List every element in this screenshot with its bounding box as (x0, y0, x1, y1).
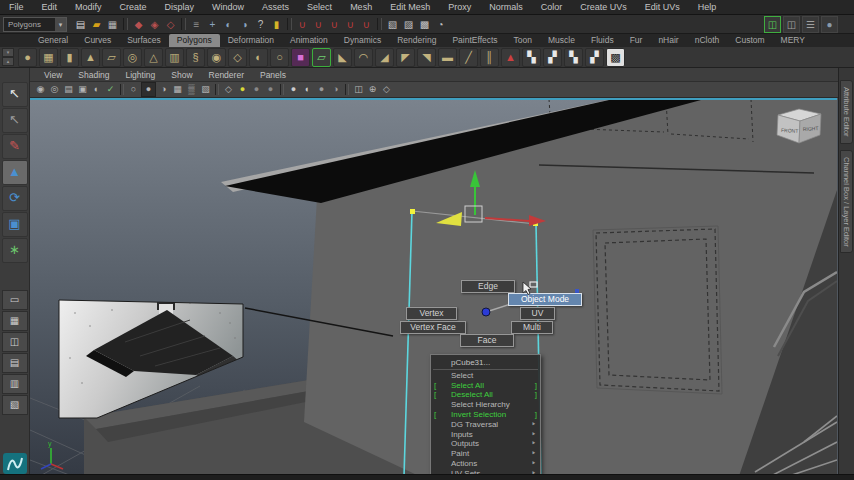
context-menu-header[interactable]: pCube31... (431, 358, 540, 368)
shelf-tab[interactable]: Toon (506, 34, 540, 47)
separator[interactable] (181, 18, 186, 30)
shelf-tab[interactable]: Polygons (169, 34, 220, 47)
separator[interactable] (120, 84, 124, 95)
tab-attribute-editor[interactable]: Attribute Editor (840, 80, 853, 144)
poly-cone-icon[interactable]: ▲ (81, 48, 100, 67)
shelf-tab[interactable]: Curves (76, 34, 119, 47)
light-link-icon[interactable]: ● (315, 83, 328, 96)
menu-set-selector[interactable]: Polygons ▾ (3, 17, 67, 32)
separator[interactable] (215, 84, 219, 95)
menu-item[interactable]: Edit (33, 0, 67, 14)
menu-item[interactable]: Help (689, 0, 726, 14)
gate-mask-icon[interactable]: ● (264, 83, 277, 96)
rigging-mask-icon[interactable]: ◑ (237, 17, 252, 32)
context-menu-item[interactable]: Invert Selection (431, 410, 540, 420)
uv-cylindrical-mapping-icon[interactable]: ▞ (543, 48, 562, 67)
poly-sphere-icon[interactable]: ● (18, 48, 37, 67)
context-menu-item[interactable]: Paint (431, 449, 540, 459)
menu-item[interactable]: Edit UVs (636, 0, 689, 14)
select-mask-icon[interactable]: + (205, 17, 220, 32)
shelf-tab[interactable]: Muscle (540, 34, 583, 47)
menu-item[interactable]: Select (298, 0, 341, 14)
shelf-scroll-arrows[interactable]: ▾▴ (2, 48, 14, 66)
context-menu-item[interactable]: Select (431, 371, 540, 381)
open-scene-icon[interactable]: ▰ (89, 17, 104, 32)
attribute-editor-toggle-icon[interactable]: ◫ (764, 16, 781, 33)
panel-menu-item[interactable]: Lighting (117, 70, 163, 80)
insert-edge-loop-icon[interactable]: ║ (480, 48, 499, 67)
shelf-tab[interactable]: Rendering (389, 34, 444, 47)
snap-point-icon[interactable]: ∪ (327, 17, 342, 32)
scale-tool[interactable]: ▣ (2, 212, 28, 237)
mirror-geometry-icon[interactable]: ◐ (249, 48, 268, 67)
shelf-tab[interactable]: Fur (622, 34, 651, 47)
shelf-tab[interactable]: nHair (650, 34, 686, 47)
shelf-tab[interactable]: Surfaces (119, 34, 169, 47)
context-menu-item[interactable]: Outputs (431, 439, 540, 449)
context-menu-item[interactable]: Deselect All (431, 390, 540, 400)
menu-item[interactable]: Proxy (439, 0, 480, 14)
panel-menu-item[interactable]: Show (163, 70, 200, 80)
snap-view-plane-icon[interactable]: ∪ (343, 17, 358, 32)
menu-item[interactable]: Assets (253, 0, 298, 14)
marking-menu-multi[interactable]: Multi (511, 321, 553, 334)
poly-pyramid-icon[interactable]: △ (144, 48, 163, 67)
chevron-down-icon[interactable]: ▾ (55, 18, 66, 31)
rotate-tool[interactable]: ⟳ (2, 186, 28, 211)
shelf-tab[interactable]: nCloth (687, 34, 728, 47)
universal-manipulator-tool[interactable]: ∗ (2, 238, 28, 263)
menu-item[interactable]: Create UVs (571, 0, 636, 14)
resolution-gate-icon[interactable]: ● (250, 83, 263, 96)
uv-texture-editor-icon[interactable]: ▩ (606, 48, 625, 67)
new-scene-icon[interactable]: ▤ (73, 17, 88, 32)
context-menu-item[interactable]: DG Traversal (431, 420, 540, 430)
context-menu-item[interactable]: Actions (431, 459, 540, 469)
poly-cylinder-icon[interactable]: ▮ (60, 48, 79, 67)
tab-channel-box[interactable]: Channel Box / Layer Editor (840, 150, 853, 254)
shadows-icon[interactable]: ▒ (185, 83, 198, 96)
field-chart-icon[interactable]: ● (236, 83, 249, 96)
shelf-tab[interactable]: PaintEffects (444, 34, 505, 47)
panel-menu-item[interactable]: View (36, 70, 70, 80)
panel-menu-item[interactable]: Renderer (201, 70, 252, 80)
texture-placement-icon[interactable]: ▧ (199, 83, 212, 96)
menu-item[interactable]: Create (111, 0, 156, 14)
shaded-mode-icon[interactable]: ● (141, 82, 156, 97)
ambient-light-icon[interactable]: ◐ (301, 83, 314, 96)
wireframe-mode-icon[interactable]: ○ (127, 83, 140, 96)
shelf-tab[interactable]: Animation (282, 34, 336, 47)
poly-cube-icon[interactable]: ▦ (39, 48, 58, 67)
shelf-tab[interactable]: Deformation (220, 34, 282, 47)
separator[interactable] (280, 84, 284, 95)
menu-item[interactable]: Display (156, 0, 204, 14)
ipr-render-icon[interactable]: ▩ (417, 17, 432, 32)
snap-grid-icon[interactable]: ∪ (295, 17, 310, 32)
shadow-link-icon[interactable]: ◑ (329, 83, 342, 96)
channel-box-toggle-icon[interactable]: ☰ (802, 16, 819, 33)
panel-menu-item[interactable]: Panels (252, 70, 294, 80)
layout-four-pane[interactable]: ▦ (2, 311, 28, 331)
separator[interactable] (345, 84, 349, 95)
menu-item[interactable]: File (0, 0, 33, 14)
xray-icon[interactable]: ◫ (352, 83, 365, 96)
marking-menu-vertex[interactable]: Vertex (406, 307, 457, 320)
render-settings-icon[interactable]: ◔ (433, 17, 448, 32)
menu-item[interactable]: Normals (480, 0, 532, 14)
layout-two-pane[interactable]: ◫ (2, 332, 28, 352)
menu-item[interactable]: Color (532, 0, 572, 14)
shelf-tab[interactable]: MERY (773, 34, 813, 47)
highlight-selection-icon[interactable]: ≡ (189, 17, 204, 32)
textured-mode-icon[interactable]: ◑ (157, 83, 170, 96)
poly-pipe-icon[interactable]: ▥ (165, 48, 184, 67)
separator[interactable] (287, 18, 292, 30)
menu-item[interactable]: Edit Mesh (381, 0, 439, 14)
lock-icon[interactable]: ▮ (269, 17, 284, 32)
viewport-toggle-icon[interactable]: ● (821, 16, 838, 33)
marking-menu-face[interactable]: Face (460, 334, 514, 347)
uv-automatic-mapping-icon[interactable]: ▞ (585, 48, 604, 67)
smooth-mesh-icon[interactable]: ○ (270, 48, 289, 67)
bridge-icon[interactable]: ◠ (354, 48, 373, 67)
context-menu-item[interactable]: Inputs (431, 430, 540, 440)
isolate-select-icon[interactable]: ◇ (222, 83, 235, 96)
panel-menu-item[interactable]: Shading (70, 70, 117, 80)
